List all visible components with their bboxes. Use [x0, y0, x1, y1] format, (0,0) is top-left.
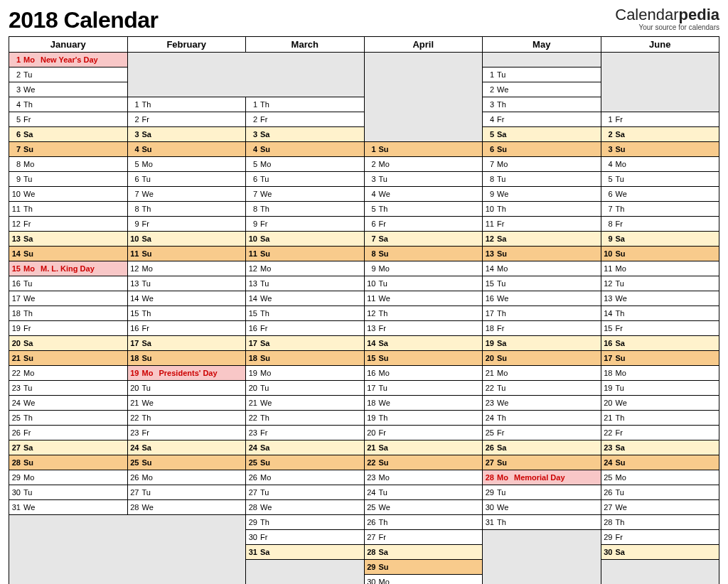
calendar-day: 26Mo — [128, 470, 246, 485]
day-number: 1 — [128, 100, 141, 109]
day-number: 16 — [246, 324, 259, 332]
day-number: 30 — [483, 503, 496, 512]
day-number: 19 — [483, 339, 496, 347]
calendar-day: 7Mo — [483, 157, 601, 171]
day-number: 14 — [9, 249, 22, 258]
calendar-day: 22Su — [365, 455, 483, 470]
calendar-cell: 24Su — [601, 455, 719, 470]
calendar-cell: 17Tu — [364, 381, 483, 396]
day-of-week: Mo — [378, 160, 393, 168]
day-number: 11 — [128, 249, 141, 258]
calendar-day: 12Mo — [246, 261, 364, 276]
day-of-week: Mo — [614, 264, 630, 273]
day-number: 23 — [128, 428, 141, 437]
calendar-cell: 1Tu — [483, 67, 601, 82]
day-of-week: Sa — [259, 339, 274, 347]
calendar-cell: 14We — [127, 291, 246, 306]
day-of-week: Tu — [141, 175, 156, 183]
day-number: 26 — [128, 473, 141, 482]
day-of-week: Mo — [22, 55, 38, 64]
calendar-day: 28MoMemorial Day — [483, 470, 601, 485]
day-of-week: Fr — [378, 533, 393, 541]
calendar-cell: 12Fr — [9, 217, 128, 232]
calendar-day: 10Sa — [128, 232, 246, 246]
calendar-cell: 31Th — [483, 515, 601, 530]
day-number: 28 — [9, 458, 22, 467]
day-number: 28 — [246, 503, 259, 512]
calendar-day: 1Su — [365, 142, 483, 156]
day-of-week: Sa — [378, 443, 393, 452]
calendar-day: 18Th — [9, 306, 127, 320]
day-of-week: Th — [378, 413, 393, 422]
calendar-day: 6Tu — [128, 172, 246, 186]
calendar-cell: 11Mo — [601, 261, 719, 276]
day-of-week: Fr — [496, 324, 511, 332]
day-of-week: Th — [614, 518, 630, 526]
calendar-day: 25Th — [9, 411, 127, 425]
day-of-week: Su — [22, 249, 38, 258]
calendar-cell: 8Fr — [601, 217, 719, 232]
day-of-week: Su — [496, 249, 511, 258]
day-of-week: Th — [614, 413, 630, 422]
calendar-day: 14We — [128, 291, 246, 305]
calendar-day: 15Tu — [483, 276, 601, 291]
day-of-week: We — [614, 399, 630, 407]
calendar-day: 14Mo — [483, 261, 601, 276]
calendar-day: 10Sa — [246, 232, 364, 246]
calendar-cell: 16Fr — [246, 321, 365, 336]
day-of-week: Su — [378, 249, 393, 258]
day-of-week: Th — [378, 518, 393, 526]
day-of-week: We — [496, 85, 511, 94]
month-header: February — [127, 37, 246, 53]
calendar-day: 15Th — [246, 306, 364, 320]
calendar-cell: 8Su — [364, 247, 483, 261]
calendar-day: 17Su — [601, 351, 719, 365]
day-of-week: Th — [259, 309, 274, 318]
day-of-week: Th — [259, 205, 274, 213]
calendar-day: 4Su — [128, 142, 246, 156]
holiday-label: M. L. King Day — [38, 264, 127, 273]
calendar-cell: 29Fr — [601, 530, 719, 545]
calendar-cell: 19Tu — [601, 381, 719, 396]
day-of-week: Mo — [141, 264, 156, 273]
calendar-cell: 12Mo — [246, 261, 365, 276]
calendar-day: 14We — [246, 291, 364, 305]
day-number: 18 — [128, 354, 141, 362]
calendar-day: 1MoNew Year's Day — [9, 53, 127, 67]
day-of-week: Th — [378, 205, 393, 213]
calendar-cell: 1Su — [364, 142, 483, 157]
calendar-day: 22Th — [246, 411, 364, 425]
calendar-cell: 2Fr — [246, 112, 365, 127]
calendar-day: 8Th — [246, 202, 364, 216]
day-number: 30 — [9, 488, 22, 497]
day-number: 16 — [365, 369, 378, 377]
calendar-cell: 4We — [364, 187, 483, 202]
calendar-day: 12Th — [365, 306, 483, 320]
calendar-cell: 14Th — [601, 306, 719, 321]
day-number: 10 — [483, 205, 496, 213]
calendar-cell: 24We — [9, 396, 128, 411]
day-of-week: Th — [496, 205, 511, 213]
day-of-week: Fr — [22, 220, 38, 228]
calendar-cell: 16Sa — [601, 336, 719, 351]
day-of-week: Tu — [378, 384, 393, 392]
calendar-day: 4We — [365, 187, 483, 201]
month-header: June — [601, 37, 719, 53]
day-number: 22 — [365, 458, 378, 467]
day-of-week: We — [614, 190, 630, 198]
calendar-cell: 27Su — [483, 455, 601, 470]
calendar-day: 17Tu — [365, 381, 483, 395]
calendar-cell: 24Sa — [246, 440, 365, 455]
day-number: 27 — [365, 533, 378, 541]
day-number: 10 — [9, 190, 22, 198]
day-number: 1 — [9, 55, 22, 64]
calendar-cell: 9Tu — [9, 172, 128, 187]
calendar-cell: 3We — [9, 82, 128, 97]
day-of-week: Tu — [378, 279, 393, 288]
empty-cell — [483, 53, 601, 67]
day-number: 15 — [128, 309, 141, 318]
day-of-week: Mo — [141, 160, 156, 168]
day-number: 12 — [128, 264, 141, 273]
calendar-day: 27Su — [483, 455, 601, 470]
day-of-week: Th — [259, 100, 274, 109]
